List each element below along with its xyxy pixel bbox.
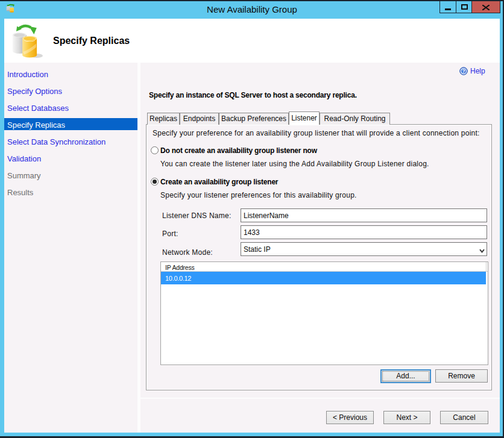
svg-text:?: ?: [462, 68, 465, 74]
